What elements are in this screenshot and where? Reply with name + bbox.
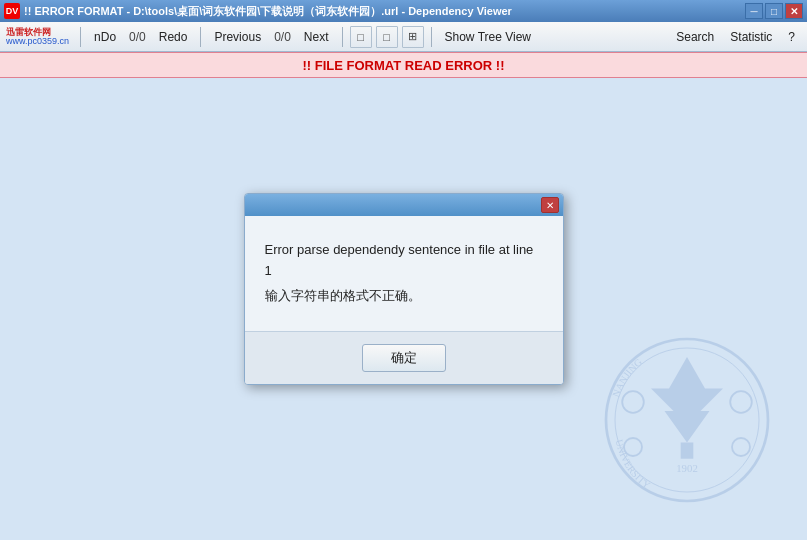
title-bar: DV !! ERROR FORMAT - D:\tools\桌面\词东软件园\下… [0,0,807,22]
view-icon-1[interactable]: □ [350,26,372,48]
show-tree-button[interactable]: Show Tree View [439,28,538,46]
window-title: !! ERROR FORMAT - D:\tools\桌面\词东软件园\下载说明… [24,4,512,19]
dialog-titlebar: ✕ [245,194,563,216]
help-button[interactable]: ? [782,28,801,46]
dialog-close-button[interactable]: ✕ [541,197,559,213]
redo-button[interactable]: Redo [153,28,194,46]
dialog-ok-button[interactable]: 确定 [362,344,446,372]
previous-button[interactable]: Previous [208,28,267,46]
view-icon-3[interactable]: ⊞ [402,26,424,48]
main-content: 1902 NANJING UNIVERSITY ✕ Error parse de… [0,78,807,540]
next-button[interactable]: Next [298,28,335,46]
separator-4 [431,27,432,47]
nav-counter: 0/0 [271,30,294,44]
minimize-button[interactable]: ─ [745,3,763,19]
separator-1 [80,27,81,47]
error-banner: !! FILE FORMAT READ ERROR !! [0,52,807,78]
close-button[interactable]: ✕ [785,3,803,19]
app-icon-label: DV [6,6,19,16]
separator-3 [342,27,343,47]
view-icon-2[interactable]: □ [376,26,398,48]
toolbar: 迅雷软件网 www.pc0359.cn nDo 0/0 Redo Previou… [0,22,807,52]
undo-button[interactable]: nDo [88,28,122,46]
search-button[interactable]: Search [670,28,720,46]
separator-2 [200,27,201,47]
branding-area: 迅雷软件网 www.pc0359.cn [6,28,69,46]
dialog-message-line1: Error parse dependendy sentence in file … [265,240,543,282]
maximize-button[interactable]: □ [765,3,783,19]
window-controls: ─ □ ✕ [745,3,803,19]
dialog-body: Error parse dependendy sentence in file … [245,216,563,331]
app-icon: DV [4,3,20,19]
dialog-footer: 确定 [245,332,563,384]
dialog-overlay: ✕ Error parse dependendy sentence in fil… [0,78,807,540]
error-dialog: ✕ Error parse dependendy sentence in fil… [244,193,564,384]
brand-url: www.pc0359.cn [6,37,69,46]
statistic-button[interactable]: Statistic [724,28,778,46]
dialog-message-line2: 输入字符串的格式不正确。 [265,286,543,307]
error-banner-text: !! FILE FORMAT READ ERROR !! [303,58,505,73]
undo-counter: 0/0 [126,30,149,44]
